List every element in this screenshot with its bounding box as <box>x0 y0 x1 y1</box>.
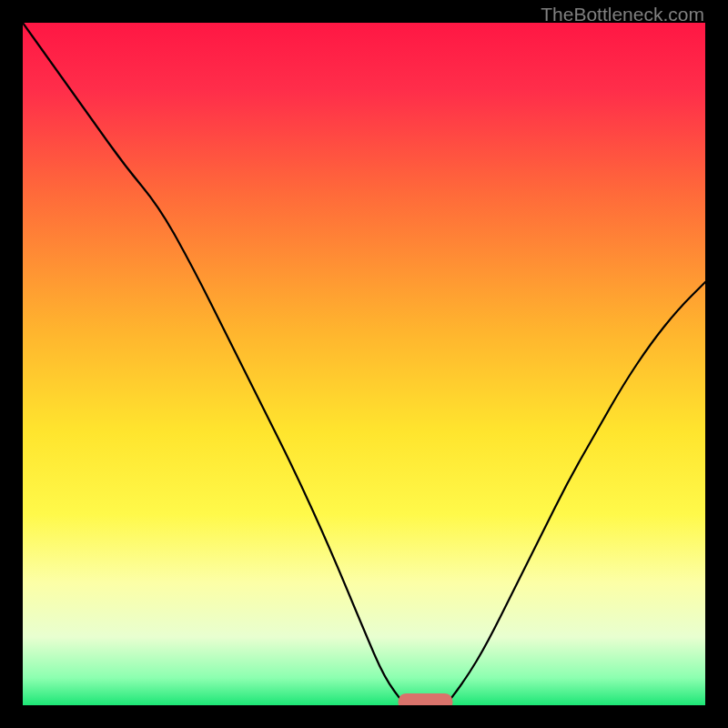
right-curve <box>446 282 705 705</box>
valley-marker <box>399 693 453 705</box>
plot-area <box>23 23 705 705</box>
watermark-text: TheBottleneck.com <box>541 4 704 25</box>
curve-layer <box>23 23 705 705</box>
left-curve <box>23 23 405 705</box>
chart-container: TheBottleneck.com <box>0 0 728 728</box>
